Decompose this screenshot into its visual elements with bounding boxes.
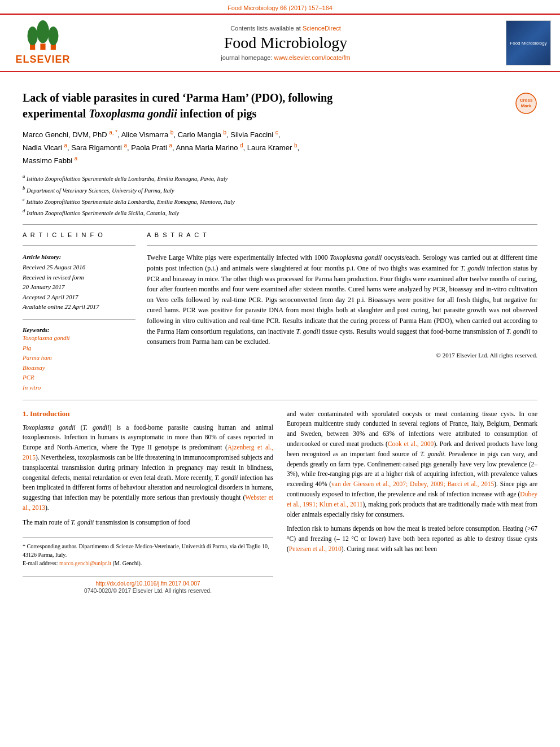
cite-vandergiessen[interactable]: van der Giessen et al., 2007; Dubey, 200… — [331, 480, 494, 487]
email-note: E-mail address: marco.genchi@unipr.it (M… — [23, 559, 273, 567]
received-date: Received 25 August 2016 — [23, 263, 135, 273]
affiliation-b: b Department of Veterinary Sciences, Uni… — [23, 185, 537, 195]
page-copyright: 0740-0020/© 2017 Elsevier Ltd. All right… — [23, 588, 273, 594]
right-paragraph-2: Infection risk to humans depends on how … — [287, 524, 537, 554]
elsevier-logo: ELSEVIER — [9, 20, 77, 65]
intro-body-text: Toxoplasma gondii (T. gondii) is a food-… — [23, 423, 273, 528]
crossmark-icon: Cross Mark — [515, 92, 537, 115]
history-label: Article history: — [23, 252, 135, 263]
keyword-pcr: PCR — [23, 373, 135, 383]
revised-date: Received in revised form20 January 2017 — [23, 273, 135, 292]
cite-cook[interactable]: Cook et al., 2000 — [388, 440, 434, 447]
article-info-column: A R T I C L E I N F O Article history: R… — [23, 231, 135, 392]
keywords-label: Keywords: — [23, 326, 135, 333]
sciencedirect-line: Contents lists available at ScienceDirec… — [77, 25, 495, 32]
affiliations-list: a Istituto Zooprofilattico Sperimentale … — [23, 173, 537, 217]
abstract-top-divider — [147, 245, 537, 246]
accepted-date: Accepted 2 April 2017 — [23, 292, 135, 303]
info-abstract-section: A R T I C L E I N F O Article history: R… — [23, 231, 537, 392]
article-title-text: Lack of viable parasites in cured ‘Parma… — [23, 90, 515, 121]
keyword-toxoplasma: Toxoplasma gondii — [23, 333, 135, 343]
body-top-divider — [23, 400, 537, 400]
article-info-header: A R T I C L E I N F O — [23, 231, 135, 238]
right-paragraph-1: and water contaminated with sporulated o… — [287, 409, 537, 520]
body-right-column: and water contaminated with sporulated o… — [287, 409, 537, 594]
available-date: Available online 22 April 2017 — [23, 302, 135, 312]
footnote-section: * Corresponding author. Dipartimento di … — [23, 537, 273, 567]
cite-ajzenberg[interactable]: Ajzenberg et al., 2015 — [23, 444, 273, 461]
affiliation-a: a Istituto Zooprofilattico Sperimentale … — [23, 173, 537, 183]
abstract-header: A B S T R A C T — [147, 231, 537, 238]
journal-cover-thumbnail: Food Microbiology — [506, 20, 551, 65]
journal-thumbnail-area: Food Microbiology — [495, 20, 551, 65]
svg-rect-1 — [40, 43, 45, 50]
journal-thumb-label: Food Microbiology — [508, 38, 549, 48]
journal-header: ELSEVIER Contents lists available at Sci… — [0, 14, 560, 72]
homepage-link[interactable]: www.elsevier.com/locate/fm — [274, 54, 351, 61]
keyword-pig: Pig — [23, 343, 135, 353]
keyword-invitro: In vitro — [23, 383, 135, 393]
sciencedirect-link[interactable]: ScienceDirect — [303, 25, 341, 32]
author-email-link[interactable]: marco.genchi@unipr.it — [59, 560, 111, 566]
header-divider — [23, 224, 537, 225]
cite-webster[interactable]: Webster et al., 2013 — [23, 494, 273, 511]
doi-link-area: http://dx.doi.org/10.1016/j.fm.2017.04.0… — [23, 576, 273, 587]
svg-point-4 — [37, 20, 49, 43]
corresponding-author-note: * Corresponding author. Dipartimento di … — [23, 542, 273, 559]
body-section: 1. Introduction Toxoplasma gondii (T. go… — [23, 409, 537, 594]
introduction-header: 1. Introduction — [23, 409, 273, 418]
elsevier-tree-icon — [26, 20, 60, 51]
svg-text:Cross: Cross — [520, 98, 533, 103]
info-top-divider — [23, 245, 135, 246]
journal-reference: Food Microbiology 66 (2017) 157–164 — [0, 0, 560, 14]
abstract-body: Twelve Large White pigs were experimenta… — [147, 252, 537, 347]
body-left-column: 1. Introduction Toxoplasma gondii (T. go… — [23, 409, 273, 594]
svg-text:Mark: Mark — [521, 103, 532, 108]
abstract-column: A B S T R A C T Twelve Large White pigs … — [147, 231, 537, 392]
journal-title-area: Contents lists available at ScienceDirec… — [77, 25, 495, 61]
intro-right-body-text: and water contaminated with sporulated o… — [287, 409, 537, 554]
affiliation-d: d Istituto Zooprofilattico Sperimentale … — [23, 207, 537, 217]
elsevier-brand-text: ELSEVIER — [15, 54, 70, 65]
doi-link[interactable]: http://dx.doi.org/10.1016/j.fm.2017.04.0… — [95, 580, 200, 587]
main-content-area: Lack of viable parasites in cured ‘Parma… — [0, 72, 560, 603]
keyword-parmaham: Parma ham — [23, 353, 135, 363]
keyword-bioassay: Bioassay — [23, 363, 135, 373]
info-mid-divider — [23, 319, 135, 320]
article-title-block: Lack of viable parasites in cured ‘Parma… — [23, 90, 537, 121]
cite-petersen[interactable]: Petersen et al., 2010 — [289, 545, 342, 552]
homepage-line: journal homepage: www.elsevier.com/locat… — [77, 54, 495, 61]
keywords-section: Keywords: Toxoplasma gondii Pig Parma ha… — [23, 326, 135, 393]
affiliation-c: c Istituto Zooprofilattico Sperimentale … — [23, 196, 537, 206]
article-history: Article history: Received 25 August 2016… — [23, 252, 135, 312]
intro-paragraph-1: Toxoplasma gondii (T. gondii) is a food-… — [23, 423, 273, 513]
page: Food Microbiology 66 (2017) 157–164 ELSE… — [0, 0, 560, 747]
cite-dubey1991[interactable]: Dubey et al., 1991; Klun et al., 2011 — [287, 491, 537, 508]
journal-name: Food Microbiology — [77, 34, 495, 52]
svg-point-5 — [48, 27, 58, 45]
authors-list: Marco Genchi, DVM, PhD a, *, Alice Visma… — [23, 128, 537, 167]
journal-ref-text: Food Microbiology 66 (2017) 157–164 — [228, 5, 333, 11]
abstract-copyright: © 2017 Elsevier Ltd. All rights reserved… — [147, 352, 537, 359]
svg-point-3 — [28, 27, 38, 45]
intro-paragraph-2: The main route of T. gondii transmission… — [23, 518, 273, 528]
elsevier-logo-area: ELSEVIER — [9, 20, 77, 65]
